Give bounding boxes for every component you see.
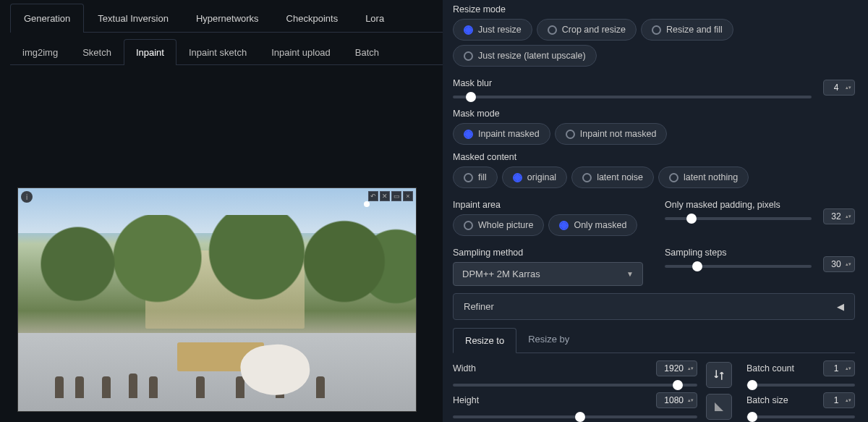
mask-mode-inpaint-masked[interactable]: Inpaint masked — [453, 123, 550, 145]
chevron-down-icon: ▼ — [626, 270, 634, 278]
triangle-ruler-icon — [712, 400, 726, 413]
left-panel: Generation Textual Inversion Hypernetwor… — [0, 0, 443, 422]
resize-mode-crop-and-resize[interactable]: Crop and resize — [537, 19, 637, 41]
canvas-info-icon[interactable]: i — [21, 191, 33, 203]
resize-mode-latent-upscale[interactable]: Just resize (latent upscale) — [453, 45, 597, 67]
radio-label: Just resize — [478, 25, 522, 35]
resize-tabs: Resize to Resize by — [453, 327, 855, 353]
canvas-toolbar: ↶ ✕ ▭ × — [368, 191, 413, 201]
sampling-steps-label: Sampling steps — [665, 248, 812, 258]
swap-dimensions-button[interactable] — [706, 362, 732, 388]
sub-tab-inpaint-upload[interactable]: Inpaint upload — [259, 39, 343, 65]
radio-label: original — [527, 172, 556, 182]
triangle-left-icon: ◀ — [837, 301, 844, 312]
swap-icon — [712, 368, 726, 381]
sampling-steps-slider[interactable] — [665, 265, 812, 268]
only-masked-padding-value[interactable]: 32▴▾ — [823, 208, 855, 224]
top-tab-lora[interactable]: Lora — [352, 4, 398, 33]
masked-content-latent-nothing[interactable]: latent nothing — [658, 166, 749, 188]
inpaint-area-label: Inpaint area — [453, 200, 643, 210]
width-slider[interactable] — [453, 384, 697, 387]
resize-tab-resize-to[interactable]: Resize to — [453, 328, 516, 353]
only-masked-padding-slider[interactable] — [665, 217, 812, 220]
inpaint-canvas[interactable]: i ↶ ✕ ▭ × — [17, 187, 417, 412]
sub-tabs: img2img Sketch Inpaint Inpaint sketch In… — [10, 38, 443, 65]
refiner-accordion[interactable]: Refiner ◀ — [453, 293, 855, 320]
settings-panel: Resize mode Just resize Crop and resize … — [443, 0, 868, 422]
width-label: Width — [453, 363, 476, 374]
top-tab-textual-inversion[interactable]: Textual Inversion — [84, 4, 182, 33]
top-tab-generation[interactable]: Generation — [10, 4, 84, 33]
resize-mode-label: Resize mode — [453, 4, 855, 14]
resize-mode-resize-and-fill[interactable]: Resize and fill — [641, 19, 733, 41]
canvas-clear-icon[interactable]: ▭ — [391, 191, 401, 201]
width-value[interactable]: 1920▴▾ — [656, 360, 697, 376]
mask-blur-slider[interactable] — [453, 96, 812, 98]
resize-mode-just-resize[interactable]: Just resize — [453, 19, 532, 41]
height-value[interactable]: 1080▴▾ — [656, 392, 697, 408]
masked-content-latent-noise[interactable]: latent noise — [571, 166, 654, 188]
batch-size-value[interactable]: 1▴▾ — [823, 392, 855, 408]
radio-label: Resize and fill — [666, 25, 723, 35]
top-tab-hypernetworks[interactable]: Hypernetworks — [182, 4, 273, 33]
radio-label: Just resize (latent upscale) — [478, 51, 586, 61]
radio-label: Only masked — [574, 220, 626, 230]
batch-size-slider[interactable] — [746, 415, 855, 418]
sampling-steps-value[interactable]: 30▴▾ — [823, 256, 855, 272]
sub-tab-inpaint-sketch[interactable]: Inpaint sketch — [176, 39, 259, 65]
inpaint-area-whole-picture[interactable]: Whole picture — [453, 214, 544, 236]
mask-mode-inpaint-not-masked[interactable]: Inpaint not masked — [555, 123, 668, 145]
sub-tab-inpaint[interactable]: Inpaint — [124, 39, 176, 65]
mask-mode-label: Mask mode — [453, 109, 855, 119]
radio-label: Crop and resize — [562, 25, 626, 35]
refiner-label: Refiner — [464, 301, 494, 312]
mask-blur-value[interactable]: 4▴▾ — [823, 80, 855, 96]
sub-tab-img2img[interactable]: img2img — [10, 39, 70, 65]
resize-tab-resize-by[interactable]: Resize by — [516, 327, 581, 353]
brush-cursor — [364, 201, 370, 207]
batch-size-label: Batch size — [746, 395, 788, 405]
sub-tab-sketch[interactable]: Sketch — [70, 39, 124, 65]
canvas-area: i ↶ ✕ ▭ × — [10, 65, 443, 422]
sub-tab-batch[interactable]: Batch — [343, 39, 391, 65]
only-masked-padding-label: Only masked padding, pixels — [665, 200, 812, 210]
inpaint-area-only-masked[interactable]: Only masked — [548, 214, 637, 236]
canvas-remove-icon[interactable]: × — [403, 191, 413, 201]
radio-label: Inpaint not masked — [580, 129, 657, 139]
canvas-erase-icon[interactable]: ✕ — [380, 191, 390, 201]
height-slider[interactable] — [453, 415, 697, 418]
aspect-ratio-button[interactable] — [706, 394, 732, 420]
mask-blur-label: Mask blur — [453, 78, 812, 88]
batch-count-value[interactable]: 1▴▾ — [823, 360, 855, 376]
select-value: DPM++ 2M Karras — [462, 269, 540, 279]
batch-count-label: Batch count — [746, 363, 794, 374]
radio-label: Inpaint masked — [478, 129, 540, 139]
height-label: Height — [453, 395, 479, 405]
canvas-undo-icon[interactable]: ↶ — [368, 191, 378, 201]
radio-label: latent noise — [597, 172, 643, 182]
resize-mode-group: Just resize Crop and resize Resize and f… — [453, 19, 855, 67]
masked-content-label: Masked content — [453, 152, 855, 162]
masked-content-original[interactable]: original — [502, 166, 567, 188]
masked-content-fill[interactable]: fill — [453, 166, 498, 188]
radio-label: fill — [478, 172, 487, 182]
radio-label: latent nothing — [684, 172, 738, 182]
radio-label: Whole picture — [478, 220, 533, 230]
sampling-method-label: Sampling method — [453, 248, 643, 258]
top-tabs: Generation Textual Inversion Hypernetwor… — [10, 3, 443, 33]
batch-count-slider[interactable] — [746, 384, 855, 387]
top-tab-checkpoints[interactable]: Checkpoints — [273, 4, 352, 33]
sampling-method-select[interactable]: DPM++ 2M Karras ▼ — [453, 262, 643, 286]
